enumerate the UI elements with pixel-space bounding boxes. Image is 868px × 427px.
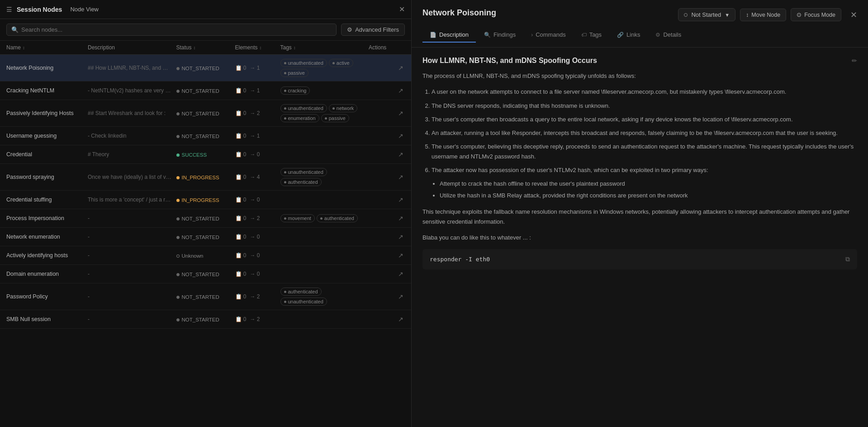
sub-list: Attempt to crack the hash offline to rev… xyxy=(432,179,857,201)
open-node-button[interactable]: ↗ xyxy=(397,131,405,141)
table-row[interactable]: Credential# TheorySUCCESS📋 0→ 0↗ xyxy=(0,145,411,164)
description-tab-icon: 📄 xyxy=(430,32,436,38)
step-item: The user's computer, believing this dece… xyxy=(432,142,857,162)
element-tag-count: → 1 xyxy=(250,87,260,94)
table-row[interactable]: Domain enumeration-NOT_STARTED📋 0→ 0↗ xyxy=(0,265,411,283)
code-block: responder -I eth0 ⧉ xyxy=(422,249,857,269)
row-name: Credential stuffing xyxy=(6,197,88,203)
open-node-button[interactable]: ↗ xyxy=(397,86,405,96)
tab-details[interactable]: ⚙Details xyxy=(648,28,688,43)
table-row[interactable]: Username guessing- Check linkedinNOT_STA… xyxy=(0,127,411,145)
status-label: Not Started xyxy=(691,11,721,18)
element-tag-count: → 4 xyxy=(250,174,260,180)
panel-left-header: Network Poisoning xyxy=(422,8,496,18)
move-node-button[interactable]: ↕ Move Node xyxy=(740,9,786,21)
right-header-top: Network Poisoning Not Started ▼ ↕ Move N… xyxy=(422,8,857,21)
content-steps-list: A user on the network attempts to connec… xyxy=(422,87,857,201)
advanced-filters-button[interactable]: ⚙ Advanced Filters xyxy=(341,24,405,36)
element-tag-count: → 0 xyxy=(250,197,260,203)
table-row[interactable]: Password Policy-NOT_STARTED📋 0→ 2authent… xyxy=(0,283,411,310)
tag-badge: enumeration xyxy=(280,114,319,122)
tab-commands[interactable]: ›Commands xyxy=(524,28,573,43)
element-icon-count: 📋 0 xyxy=(235,234,247,240)
tab-tags[interactable]: 🏷Tags xyxy=(574,28,609,43)
copy-code-button[interactable]: ⧉ xyxy=(845,255,850,263)
table-row[interactable]: Passively Identifying Hosts## Start Wire… xyxy=(0,100,411,127)
step-item: The user's computer then broadcasts a qu… xyxy=(432,115,857,125)
open-node-button[interactable]: ↗ xyxy=(397,250,405,260)
status-dropdown[interactable]: Not Started ▼ xyxy=(678,8,735,21)
row-name: Credential xyxy=(6,151,88,158)
tab-description[interactable]: 📄Description xyxy=(422,28,476,43)
tag-dot xyxy=(320,217,323,220)
open-node-button[interactable]: ↗ xyxy=(397,292,405,302)
close-right-panel-button[interactable]: ✕ xyxy=(850,10,857,20)
row-elements: 📋 0→ 0 xyxy=(235,234,280,240)
element-icon-count: 📋 0 xyxy=(235,87,247,94)
row-tags: unauthenticatedactivepassive xyxy=(280,59,369,77)
sort-status-icon[interactable]: ↕ xyxy=(194,45,196,50)
tag-dot xyxy=(284,107,286,110)
table-row[interactable]: Process Impersonation-NOT_STARTED📋 0→ 2m… xyxy=(0,209,411,228)
table-row[interactable]: Actively identifying hosts-Unknown📋 0→ 0… xyxy=(0,246,411,265)
details-tab-label: Details xyxy=(663,31,681,38)
move-icon: ↕ xyxy=(746,12,749,18)
open-node-button[interactable]: ↗ xyxy=(397,269,405,279)
tab-findings[interactable]: 🔍Findings xyxy=(477,28,523,43)
search-input[interactable] xyxy=(21,26,332,33)
row-status: NOT_STARTED xyxy=(176,234,235,240)
row-tags: unauthenticatedauthenticated xyxy=(280,168,369,186)
table-row[interactable]: Network Poisoning## How LLMNR, NBT-NS, a… xyxy=(0,55,411,82)
content-blurb: Blaba you can do like this to whatever .… xyxy=(422,233,857,242)
open-node-button[interactable]: ↗ xyxy=(397,172,405,182)
tag-badge: authenticated xyxy=(280,178,322,186)
table-row[interactable]: Credential stuffingThis is more a 'conce… xyxy=(0,191,411,209)
close-left-panel-button[interactable]: ✕ xyxy=(399,5,405,14)
sort-tags-icon[interactable]: ↕ xyxy=(294,45,296,50)
open-node-button[interactable]: ↗ xyxy=(397,314,405,324)
edit-button[interactable]: ✏ xyxy=(852,57,857,64)
row-tags: movementauthenticated xyxy=(280,214,369,222)
tab-links[interactable]: 🔗Links xyxy=(610,28,647,43)
open-node-button[interactable]: ↗ xyxy=(397,213,405,223)
row-elements: 📋 0→ 0 xyxy=(235,197,280,203)
table-row[interactable]: Password sprayingOnce we have (ideally) … xyxy=(0,164,411,191)
tag-badge: authenticated xyxy=(280,288,322,296)
element-icon-count: 📋 0 xyxy=(235,151,247,158)
open-node-button[interactable]: ↗ xyxy=(397,149,405,159)
row-actions: ↗ xyxy=(369,172,405,182)
open-node-button[interactable]: ↗ xyxy=(397,195,405,205)
row-elements: 📋 0→ 0 xyxy=(235,151,280,158)
open-node-button[interactable]: ↗ xyxy=(397,108,405,118)
row-actions: ↗ xyxy=(369,86,405,96)
hamburger-icon[interactable]: ☰ xyxy=(6,6,12,13)
row-description: This is more a 'concept' / just a remind… xyxy=(88,197,176,203)
row-actions: ↗ xyxy=(369,213,405,223)
row-elements: 📋 0→ 0 xyxy=(235,252,280,259)
sort-elements-icon[interactable]: ↕ xyxy=(260,45,262,50)
node-view-tab[interactable]: Node View xyxy=(66,5,102,14)
open-node-button[interactable]: ↗ xyxy=(397,232,405,242)
tag-badge: passive xyxy=(280,69,308,77)
row-status: NOT_STARTED xyxy=(176,65,235,72)
content-intro: The process of LLMNR, NBT-NS, and mDNS s… xyxy=(422,71,857,81)
row-name: Domain enumeration xyxy=(6,271,88,277)
details-tab-icon: ⚙ xyxy=(655,32,660,38)
open-node-button[interactable]: ↗ xyxy=(397,63,405,73)
element-icon-count: 📋 0 xyxy=(235,293,247,300)
table-row[interactable]: Network enumeration-NOT_STARTED📋 0→ 0↗ xyxy=(0,228,411,246)
right-panel: Network Poisoning Not Started ▼ ↕ Move N… xyxy=(412,0,868,427)
sort-name-icon[interactable]: ↕ xyxy=(23,45,25,50)
focus-mode-button[interactable]: ⊙ Focus Mode xyxy=(791,8,841,21)
row-actions: ↗ xyxy=(369,314,405,324)
element-tag-count: → 0 xyxy=(250,151,260,158)
node-title: Network Poisoning xyxy=(422,8,496,18)
tag-badge: unauthenticated xyxy=(280,297,327,306)
step-item: An attacker, running a tool like Respond… xyxy=(432,128,857,138)
findings-tab-icon: 🔍 xyxy=(484,32,491,38)
table-row[interactable]: Cracking NetNTLM- NetNTLM(v2) hashes are… xyxy=(0,82,411,100)
sub-item: Utilize the hash in a SMB Relay attack, … xyxy=(440,191,857,201)
status-dot xyxy=(684,13,688,17)
table-row[interactable]: SMB Null session-NOT_STARTED📋 0→ 2↗ xyxy=(0,310,411,329)
focus-icon: ⊙ xyxy=(797,11,802,18)
